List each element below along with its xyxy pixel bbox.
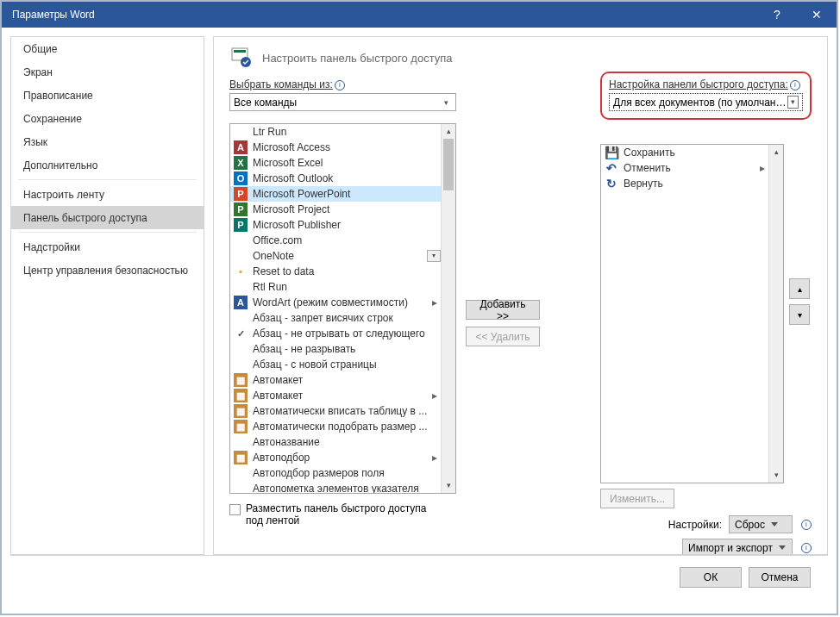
titlebar: Параметры Word ? ✕ — [2, 2, 837, 28]
command-item[interactable]: XMicrosoft Excel — [230, 155, 441, 171]
info-icon: i — [790, 80, 800, 90]
command-item[interactable]: Автопометка элементов указателя — [230, 481, 441, 493]
command-item[interactable]: ▦Автомакет — [230, 372, 441, 388]
command-item[interactable]: ▦Автомакет▸ — [230, 388, 441, 403]
command-item[interactable]: ✓Абзац - не отрывать от следующего — [230, 326, 441, 341]
scroll-up-icon[interactable]: ▴ — [442, 124, 455, 139]
qat-icon: ↻ — [605, 177, 618, 190]
command-icon — [234, 311, 248, 325]
chevron-right-icon: ▸ — [432, 296, 437, 308]
command-item[interactable]: Ltr Run — [230, 124, 441, 140]
scrollbar[interactable]: ▴ ▾ — [768, 145, 783, 483]
command-item[interactable]: PMicrosoft PowerPoint — [230, 186, 441, 202]
command-label: Microsoft Publisher — [253, 219, 441, 231]
help-button[interactable]: ? — [757, 2, 797, 28]
sidebar-item[interactable]: Правописание — [11, 84, 204, 107]
command-label: Microsoft Access — [253, 141, 441, 153]
command-label: Microsoft Outlook — [253, 172, 441, 184]
command-label: Автомакет — [253, 374, 441, 386]
command-item[interactable]: OMicrosoft Outlook — [230, 171, 441, 186]
command-item[interactable]: Абзац - с новой страницы — [230, 357, 441, 372]
choose-commands-dropdown[interactable]: Все команды ▾ — [229, 93, 456, 111]
scrollbar[interactable]: ▴ ▾ — [441, 124, 455, 493]
command-item[interactable]: Автоподбор размеров поля — [230, 465, 441, 481]
command-icon — [234, 482, 248, 493]
command-item[interactable]: Rtl Run — [230, 279, 441, 295]
command-icon: ▦ — [234, 389, 248, 402]
cancel-button[interactable]: Отмена — [749, 567, 811, 588]
command-icon — [234, 466, 248, 480]
command-item[interactable]: PMicrosoft Project — [230, 202, 441, 217]
sidebar: ОбщиеЭкранПравописаниеСохранениеЯзыкДопо… — [10, 36, 204, 555]
sidebar-item[interactable]: Сохранение — [11, 107, 204, 130]
svg-point-2 — [241, 57, 251, 67]
chevron-right-icon: ▸ — [760, 162, 765, 174]
command-label: Абзац - с новой страницы — [253, 358, 441, 371]
info-icon: i — [801, 543, 812, 553]
command-item[interactable]: AWordArt (режим совместимости)▸ — [230, 295, 441, 310]
qat-item[interactable]: ↶Отменить▸ — [601, 160, 768, 176]
sidebar-item[interactable]: Общие — [11, 37, 204, 60]
command-item[interactable]: ▦Автоматически вписать таблицу в ... — [230, 403, 441, 419]
qat-listbox[interactable]: 💾Сохранить↶Отменить▸↻Вернуть ▴ ▾ — [600, 144, 784, 483]
close-button[interactable]: ✕ — [797, 2, 837, 28]
qat-item[interactable]: ↻Вернуть — [601, 176, 768, 191]
dialog-footer: ОК Отмена — [10, 555, 828, 598]
command-label: Автоназвание — [253, 436, 441, 448]
command-item[interactable]: ▦Автоподбор▸ — [230, 450, 441, 465]
sidebar-item[interactable]: Настроить ленту — [11, 183, 204, 206]
command-label: Reset to data — [253, 265, 441, 277]
chevron-right-icon: ▸ — [432, 452, 437, 464]
command-item[interactable]: Абзац - запрет висячих строк — [230, 310, 441, 326]
show-below-ribbon-checkbox[interactable] — [229, 504, 241, 515]
move-up-button[interactable]: ▴ — [789, 278, 810, 299]
command-icon — [234, 234, 248, 247]
command-label: Автоподбор — [253, 452, 427, 464]
import-export-button[interactable]: Импорт и экспорт — [682, 539, 793, 555]
scroll-up-icon[interactable]: ▴ — [769, 145, 783, 159]
scroll-down-icon[interactable]: ▾ — [442, 478, 455, 493]
qat-label: Сохранить — [624, 146, 768, 159]
command-item[interactable]: Office.com — [230, 233, 441, 248]
sidebar-item[interactable]: Центр управления безопасностью — [11, 259, 204, 282]
command-label: Microsoft Project — [253, 203, 441, 215]
scroll-down-icon[interactable]: ▾ — [769, 468, 783, 483]
command-icon: • — [234, 265, 248, 278]
customize-qat-highlight: Настройка панели быстрого доступа:i Для … — [600, 72, 812, 120]
qat-item[interactable]: 💾Сохранить — [601, 145, 768, 160]
command-label: Автоматически подобрать размер ... — [253, 421, 441, 433]
command-item[interactable]: PMicrosoft Publisher — [230, 217, 441, 233]
sidebar-item[interactable]: Дополнительно — [11, 153, 204, 177]
command-item[interactable]: AMicrosoft Access — [230, 140, 441, 155]
command-label: Microsoft PowerPoint — [253, 188, 441, 200]
customize-qat-dropdown[interactable]: Для всех документов (по умолчани... ▾ — [609, 93, 803, 111]
chevron-down-icon: ▾ — [787, 96, 799, 109]
command-item[interactable]: OneNote▾ — [230, 248, 441, 264]
remove-button[interactable]: << Удалить — [466, 327, 540, 346]
modify-button[interactable]: Изменить... — [600, 489, 674, 508]
sidebar-item[interactable]: Надстройки — [11, 235, 204, 259]
reset-button[interactable]: Сброс — [729, 515, 793, 533]
main-panel: Настроить панель быстрого доступа Выбрат… — [213, 36, 828, 555]
command-label: Rtl Run — [253, 281, 441, 293]
move-down-button[interactable]: ▾ — [789, 304, 810, 325]
commands-listbox[interactable]: Ltr RunAMicrosoft AccessXMicrosoft Excel… — [229, 123, 456, 494]
command-icon: ▦ — [234, 451, 248, 464]
ok-button[interactable]: ОК — [680, 567, 742, 588]
add-button[interactable]: Добавить >> — [466, 300, 540, 320]
sidebar-item[interactable]: Панель быстрого доступа — [11, 206, 204, 229]
command-icon — [234, 280, 248, 294]
page-title: Настроить панель быстрого доступа — [262, 52, 453, 65]
command-label: WordArt (режим совместимости) — [253, 296, 427, 308]
command-item[interactable]: Абзац - не разрывать — [230, 341, 441, 357]
chevron-down-icon: ▾ — [441, 98, 452, 107]
command-item[interactable]: Автоназвание — [230, 434, 441, 450]
command-item[interactable]: ▦Автоматически подобрать размер ... — [230, 419, 441, 434]
sidebar-item[interactable]: Экран — [11, 60, 204, 84]
command-label: OneNote — [253, 250, 422, 262]
command-label: Автоматически вписать таблицу в ... — [253, 405, 441, 417]
command-item[interactable]: •Reset to data — [230, 264, 441, 279]
svg-rect-1 — [234, 50, 246, 53]
sidebar-item[interactable]: Язык — [11, 130, 204, 153]
qat-label: Отменить — [624, 162, 755, 174]
